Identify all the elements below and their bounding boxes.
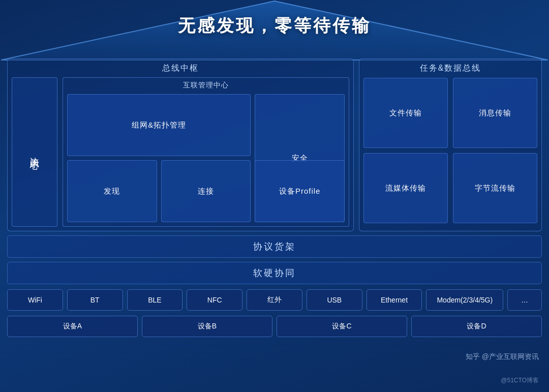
mgmt-area: 互联管理中心 组网&拓扑管理安全发现连接设备Profile xyxy=(63,77,349,227)
panel-bus: 总线中枢 决策中心 互联管理中心 组网&拓扑管理安全发现连接设备Profile xyxy=(7,58,354,231)
cell-byte-transfer: 字节流传输 xyxy=(453,153,537,223)
panel-bus-title: 总线中枢 xyxy=(12,63,349,74)
decision-center: 决策中心 xyxy=(12,77,57,227)
device-b: 设备B xyxy=(142,316,272,337)
watermark-small: @51CTO博客 xyxy=(501,376,539,385)
cell-stream-transfer: 流媒体传输 xyxy=(363,153,448,223)
chips-row: WiFi BT BLE NFC 红外 USB Ethernet Modem(2/… xyxy=(7,288,542,312)
mgmt-title: 互联管理中心 xyxy=(63,78,349,92)
mgmt-cell-3: 连接 xyxy=(161,160,251,222)
main-content: 总线中枢 决策中心 互联管理中心 组网&拓扑管理安全发现连接设备Profile … xyxy=(7,58,542,387)
device-a: 设备A xyxy=(7,316,138,337)
chip-modem: Modem(2/3/4/5G) xyxy=(426,289,503,311)
top-section: 总线中枢 决策中心 互联管理中心 组网&拓扑管理安全发现连接设备Profile … xyxy=(7,58,542,231)
mgmt-cell-profile: 设备Profile xyxy=(255,160,345,222)
watermark-main: 知乎 @产业互联网资讯 xyxy=(466,352,539,361)
panel-task-title: 任务&数据总线 xyxy=(363,63,537,74)
page-title: 无感发现，零等待传输 xyxy=(0,14,549,38)
chip-nfc: NFC xyxy=(187,289,242,311)
task-grid: 文件传输 消息传输 流媒体传输 字节流传输 xyxy=(363,78,537,223)
device-d: 设备D xyxy=(411,316,542,337)
chip-wifi: WiFi xyxy=(7,289,63,311)
cell-file-transfer: 文件传输 xyxy=(363,78,448,148)
mgmt-cell-2: 发现 xyxy=(67,160,157,222)
cell-msg-transfer: 消息传输 xyxy=(453,78,537,148)
chip-ethernet: Ethernet xyxy=(367,289,422,311)
chip-more: … xyxy=(507,289,542,311)
devices-row: 设备A 设备B 设备C 设备D xyxy=(7,316,542,339)
chip-usb: USB xyxy=(307,289,362,311)
mgmt-cell-0: 组网&拓扑管理 xyxy=(67,94,251,156)
chip-ble: BLE xyxy=(127,289,183,311)
sw-hw: 软硬协同 xyxy=(7,262,542,284)
panel-task: 任务&数据总线 文件传输 消息传输 流媒体传输 字节流传输 xyxy=(359,58,542,231)
mgmt-grid: 组网&拓扑管理安全发现连接设备Profile xyxy=(63,92,349,226)
chip-bt: BT xyxy=(67,289,123,311)
device-c: 设备C xyxy=(277,316,407,337)
protocol-shelf: 协议货架 xyxy=(7,235,542,258)
chip-ir: 红外 xyxy=(247,289,302,311)
